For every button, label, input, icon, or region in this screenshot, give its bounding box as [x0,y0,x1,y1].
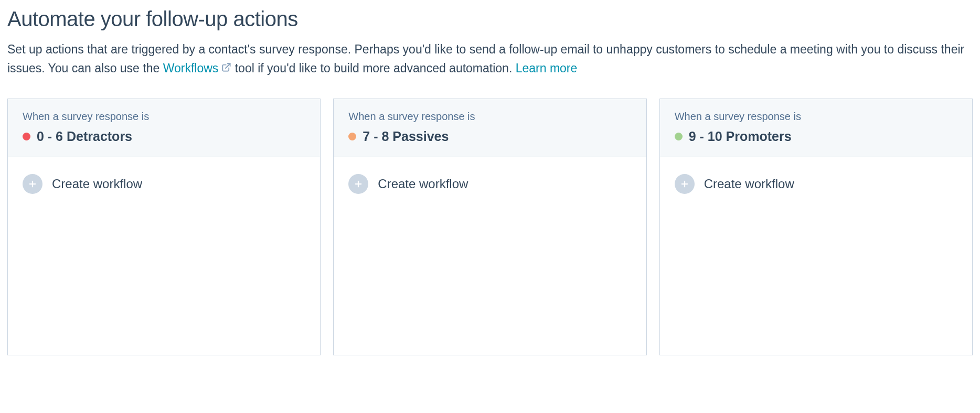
workflows-link[interactable]: Workflows [163,59,232,78]
status-dot-icon [23,133,30,140]
svg-line-0 [226,63,230,68]
card-body: Create workflow [660,157,972,211]
external-link-icon [221,59,231,78]
card-title-row: 7 - 8 Passives [348,129,631,144]
card-header: When a survey response is 7 - 8 Passives [334,99,646,157]
status-dot-icon [348,133,356,140]
page-description: Set up actions that are triggered by a c… [7,40,973,78]
card-detractors: When a survey response is 0 - 6 Detracto… [7,99,321,355]
status-dot-icon [675,133,683,140]
create-workflow-button[interactable]: Create workflow [348,174,468,194]
description-text-2: tool if you'd like to build more advance… [231,61,515,75]
card-subtitle: When a survey response is [675,111,957,123]
card-promoters: When a survey response is 9 - 10 Promote… [659,99,973,355]
create-workflow-button[interactable]: Create workflow [675,174,794,194]
card-title: 0 - 6 Detractors [37,129,132,144]
cards-container: When a survey response is 0 - 6 Detracto… [7,99,973,355]
card-title-row: 9 - 10 Promoters [675,129,957,144]
plus-icon [348,174,368,194]
card-header: When a survey response is 0 - 6 Detracto… [8,99,320,157]
page-title: Automate your follow-up actions [7,7,973,31]
card-header: When a survey response is 9 - 10 Promote… [660,99,972,157]
plus-icon [675,174,695,194]
card-subtitle: When a survey response is [348,111,631,123]
learn-more-link[interactable]: Learn more [516,61,578,75]
card-title-row: 0 - 6 Detractors [23,129,305,144]
card-title: 7 - 8 Passives [363,129,449,144]
create-workflow-label: Create workflow [704,177,794,191]
card-body: Create workflow [8,157,320,211]
card-passives: When a survey response is 7 - 8 Passives… [333,99,646,355]
create-workflow-label: Create workflow [378,177,468,191]
card-body: Create workflow [334,157,646,211]
create-workflow-button[interactable]: Create workflow [23,174,142,194]
plus-icon [23,174,42,194]
workflows-link-text: Workflows [163,59,219,78]
card-title: 9 - 10 Promoters [689,129,792,144]
create-workflow-label: Create workflow [52,177,142,191]
card-subtitle: When a survey response is [23,111,305,123]
